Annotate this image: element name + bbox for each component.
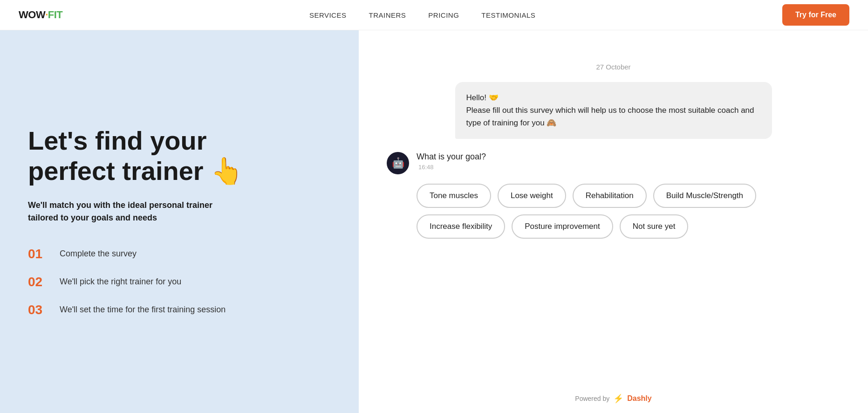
step-2: 02 We'll pick the right trainer for you — [28, 275, 331, 289]
goal-not-sure-yet[interactable]: Not sure yet — [620, 214, 689, 239]
nav-pricing[interactable]: PRICING — [428, 11, 459, 19]
goal-increase-flexibility[interactable]: Increase flexibility — [417, 214, 505, 239]
step-2-text: We'll pick the right trainer for you — [60, 277, 181, 287]
steps-list: 01 Complete the survey 02 We'll pick the… — [28, 247, 331, 317]
logo-wow: WOW — [19, 9, 45, 21]
right-panel: 27 October Hello! 🤝 Please fill out this… — [359, 30, 868, 413]
logo-fit: FIT — [48, 9, 63, 21]
goal-options-container: Tone muscles Lose weight Rehabilitation … — [417, 184, 840, 239]
bot-greeting-bubble: Hello! 🤝 Please fill out this survey whi… — [455, 82, 772, 139]
left-panel: Let's find your perfect trainer 👆 We'll … — [0, 30, 359, 413]
powered-by: Powered by ⚡ Dashly — [387, 393, 840, 404]
nav-testimonials[interactable]: TESTIMONIALS — [481, 11, 535, 19]
header: WOW·FIT SERVICES TRAINERS PRICING TESTIM… — [0, 0, 868, 30]
hero-title: Let's find your perfect trainer 👆 — [28, 126, 331, 186]
goal-rehabilitation[interactable]: Rehabilitation — [573, 184, 647, 208]
step-3-text: We'll set the time for the first trainin… — [60, 305, 226, 315]
dashly-icon: ⚡ — [613, 393, 623, 404]
step-1: 01 Complete the survey — [28, 247, 331, 262]
powered-by-label: Powered by — [575, 395, 609, 402]
nav-services[interactable]: SERVICES — [309, 11, 347, 19]
step-1-text: Complete the survey — [60, 249, 137, 259]
bot-question-text: What is your goal? — [417, 152, 486, 162]
main-content: Let's find your perfect trainer 👆 We'll … — [0, 30, 868, 413]
step-1-number: 01 — [28, 247, 50, 262]
dashly-brand: Dashly — [627, 394, 651, 403]
bot-message-time: 16:48 — [418, 164, 486, 171]
hero-subtitle: We'll match you with the ideal personal … — [28, 199, 224, 224]
step-3: 03 We'll set the time for the first trai… — [28, 303, 331, 317]
logo[interactable]: WOW·FIT — [19, 9, 62, 21]
main-nav: SERVICES TRAINERS PRICING TESTIMONIALS — [309, 11, 535, 19]
goal-build-muscle[interactable]: Build Muscle/Strength — [653, 184, 756, 208]
nav-trainers[interactable]: TRAINERS — [369, 11, 406, 19]
goal-tone-muscles[interactable]: Tone muscles — [417, 184, 491, 208]
bot-question-row: 🤖 What is your goal? 16:48 — [387, 152, 840, 174]
bot-question-block: What is your goal? 16:48 — [417, 152, 486, 171]
try-free-button[interactable]: Try for Free — [782, 4, 849, 26]
goal-posture-improvement[interactable]: Posture improvement — [512, 214, 613, 239]
goal-lose-weight[interactable]: Lose weight — [498, 184, 566, 208]
chat-date: 27 October — [387, 63, 840, 71]
bot-avatar: 🤖 — [387, 152, 409, 174]
step-2-number: 02 — [28, 275, 50, 289]
step-3-number: 03 — [28, 303, 50, 317]
